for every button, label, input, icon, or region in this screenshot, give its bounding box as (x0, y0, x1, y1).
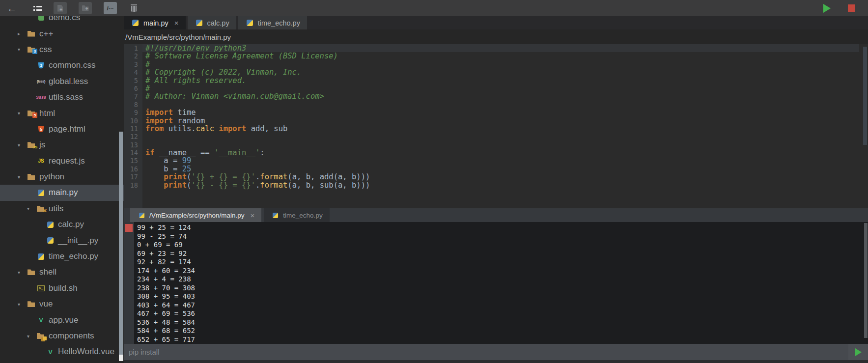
tree-item-common.css[interactable]: common.css (0, 57, 124, 73)
tree-item-main.py[interactable]: main.py (0, 185, 124, 200)
chevron-down-icon[interactable]: ▾ (18, 47, 27, 52)
tree-item-build.sh[interactable]: build.sh (0, 280, 124, 296)
tree-item-page.html[interactable]: page.html (0, 121, 124, 137)
code-text: #!/usr/bin/env python3 (142, 44, 859, 52)
rename-icon: I··· (107, 5, 113, 11)
chevron-down-icon[interactable]: ▾ (18, 270, 27, 275)
chevron-down-icon[interactable]: ▾ (27, 334, 36, 339)
code-line-8[interactable]: 8 (124, 101, 868, 109)
tree-item-utils.sass[interactable]: utils.sass (0, 89, 124, 105)
output-tab-time_echo.py[interactable]: time_echo.py (264, 208, 329, 222)
tree-item-label: HelloWorld.vue (58, 347, 114, 357)
editor-tab-main.py[interactable]: main.py× (124, 16, 186, 29)
code-line-18[interactable]: 18 print('{} - {} = {}'.format(a, b, sub… (124, 181, 868, 189)
tree-item-calc.py[interactable]: calc.py (0, 217, 124, 232)
folder-js-icon (27, 141, 36, 149)
editor-tab-bar: main.py×calc.pytime_echo.py (124, 16, 868, 29)
console-output-line: 238 + 70 = 308 (137, 284, 868, 293)
code-line-13[interactable]: 13 (124, 141, 868, 149)
code-line-16[interactable]: 16 b = 25 (124, 165, 868, 173)
code-line-17[interactable]: 17 print('{} + {} = {}'.format(a, b, add… (124, 173, 868, 181)
code-text: # (142, 60, 859, 68)
run-icon[interactable] (823, 4, 831, 13)
tree-item-components[interactable]: ▾components (0, 328, 124, 344)
file-tree: demo.cs▸c++▾csscommon.cssglobal.lessutil… (0, 16, 124, 360)
output-stop-icon[interactable] (125, 224, 133, 232)
menu-icon[interactable] (33, 5, 42, 11)
chevron-down-icon[interactable]: ▾ (27, 206, 36, 211)
tree-item-label: utils (49, 204, 63, 214)
new-file-button[interactable]: + (54, 2, 67, 14)
line-number: 12 (124, 133, 142, 140)
code-line-6[interactable]: 6# (124, 84, 868, 92)
rename-button[interactable]: I··· (104, 2, 117, 14)
folder-html-icon (27, 110, 36, 117)
code-line-12[interactable]: 12 (124, 133, 868, 140)
line-number: 16 (124, 165, 142, 173)
close-icon[interactable]: × (174, 19, 179, 27)
folder-icon (27, 268, 36, 276)
tree-item-label: time_echo.py (49, 251, 98, 261)
code-line-2[interactable]: 2# Software License Agreement (BSD Licen… (124, 52, 868, 60)
chevron-down-icon[interactable]: ▾ (18, 302, 27, 307)
tree-item-global.less[interactable]: global.less (0, 74, 124, 89)
code-text (142, 141, 859, 149)
code-line-4[interactable]: 4# Copyright (c) 2022, Vinman, Inc. (124, 68, 868, 76)
output-scrollbar[interactable] (864, 223, 868, 338)
tree-item-label: global.less (49, 77, 88, 86)
delete-icon[interactable] (131, 4, 137, 12)
tree-item-python[interactable]: ▾python (0, 169, 124, 185)
tree-item-time_echo.py[interactable]: time_echo.py (0, 249, 124, 264)
code-line-11[interactable]: 11from utils.calc import add, sub (124, 125, 868, 133)
code-line-7[interactable]: 7# Author: Vinman <vinman.cub@gmail.com> (124, 92, 868, 100)
code-text: b = 25 (142, 165, 859, 173)
sidebar-scrollbar[interactable] (119, 132, 123, 355)
code-editor[interactable]: 1#!/usr/bin/env python32# Software Licen… (124, 44, 868, 208)
code-line-1[interactable]: 1#!/usr/bin/env python3 (124, 44, 868, 52)
code-line-3[interactable]: 3# (124, 60, 868, 68)
command-run-button[interactable] (848, 344, 868, 360)
stop-icon[interactable] (848, 4, 855, 12)
chevron-down-icon[interactable]: ▾ (18, 111, 27, 116)
code-line-10[interactable]: 10import random (124, 117, 868, 125)
code-text (142, 101, 859, 109)
chevron-down-icon[interactable]: ▾ (18, 142, 27, 148)
chevron-down-icon[interactable]: ▾ (18, 174, 27, 180)
code-text: # All rights reserved. (142, 77, 859, 84)
tree-item-request.js[interactable]: request.js (0, 153, 124, 169)
chevron-right-icon[interactable]: ▸ (18, 31, 27, 36)
editor-column: main.py×calc.pytime_echo.py /VmExample/s… (124, 16, 868, 363)
folder-plus-icon: + (82, 5, 89, 11)
tab-label: main.py (143, 19, 168, 27)
tree-item-vue[interactable]: ▾vue (0, 296, 124, 312)
command-input[interactable] (124, 347, 848, 357)
code-line-14[interactable]: 14if __name__ == '__main__': (124, 149, 868, 157)
back-icon[interactable]: ← (7, 3, 17, 13)
tree-item-utils[interactable]: ▾utils (0, 201, 124, 217)
editor-tab-time_echo.py[interactable]: time_echo.py (238, 16, 307, 29)
close-icon[interactable]: × (251, 212, 255, 219)
tree-item-c++[interactable]: ▸c++ (0, 26, 124, 41)
new-folder-button[interactable]: + (79, 2, 92, 14)
output-tab-/VmExample/src/python/main.py[interactable]: /VmExample/src/python/main.py× (130, 208, 261, 222)
tree-item-label: calc.py (58, 220, 84, 229)
code-line-9[interactable]: 9import time (124, 109, 868, 116)
sidebar-scrollbar-cap[interactable] (119, 355, 123, 361)
tree-item-js[interactable]: ▾js (0, 137, 124, 153)
tree-item-label: main.py (49, 188, 78, 197)
tree-item-css[interactable]: ▾css (0, 42, 124, 57)
vue-icon (36, 316, 46, 324)
line-number: 11 (124, 125, 142, 133)
code-line-5[interactable]: 5# All rights reserved. (124, 77, 868, 84)
tree-item-__init__.py[interactable]: __init__.py (0, 232, 124, 248)
tree-item-shell[interactable]: ▾shell (0, 264, 124, 280)
tree-item-HelloWorld.vue[interactable]: HelloWorld.vue (0, 344, 124, 360)
editor-tab-calc.py[interactable]: calc.py (188, 16, 236, 29)
tree-item-app.vue[interactable]: app.vue (0, 312, 124, 328)
code-line-15[interactable]: 15 a = 99 (124, 157, 868, 165)
tree-item-html[interactable]: ▾html (0, 105, 124, 121)
vue-icon (46, 348, 55, 356)
tree-item-demo.cs[interactable]: demo.cs (0, 16, 124, 26)
editor-scrollbar[interactable] (863, 47, 867, 145)
output-panel: 99 + 25 = 12499 - 25 = 740 + 69 = 6969 +… (124, 222, 868, 344)
